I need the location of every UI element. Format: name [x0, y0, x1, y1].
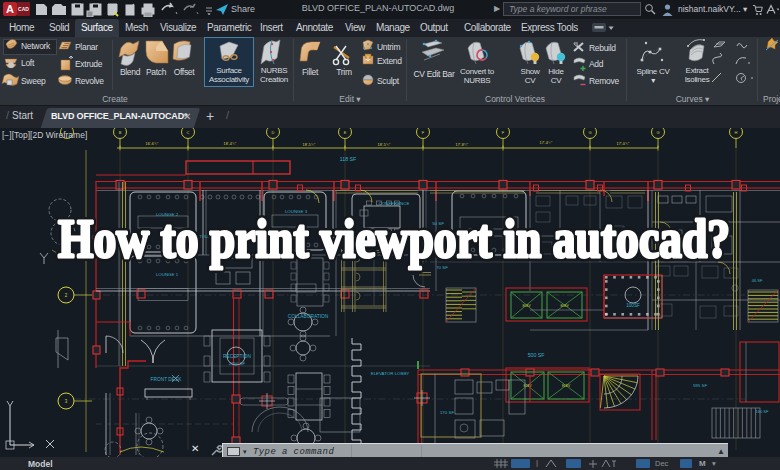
- svg-text:D: D: [272, 130, 275, 135]
- svg-text:ELEV: ELEV: [562, 384, 571, 388]
- svg-text:G: G: [656, 130, 659, 135]
- svg-text:ELEVATOR LOBBY: ELEVATOR LOBBY: [371, 371, 410, 376]
- svg-text:17'-4½": 17'-4½": [540, 141, 553, 145]
- svg-text:LOUNGE 3: LOUNGE 3: [285, 209, 308, 214]
- svg-text:50 SF: 50 SF: [432, 221, 444, 226]
- svg-text:46 SF: 46 SF: [752, 278, 763, 283]
- svg-text:160 SF: 160 SF: [756, 409, 769, 414]
- svg-text:595 SF: 595 SF: [693, 383, 707, 388]
- svg-text:2: 2: [65, 293, 68, 298]
- svg-text:F: F: [502, 130, 505, 135]
- svg-text:3: 3: [65, 399, 68, 404]
- svg-text:2650 SF: 2650 SF: [229, 361, 246, 366]
- svg-text:COLLABORATION: COLLABORATION: [288, 314, 329, 319]
- svg-text:ELEV: ELEV: [560, 304, 569, 308]
- svg-text:B: B: [119, 130, 122, 135]
- svg-text:G: G: [588, 130, 591, 135]
- svg-text:E: E: [344, 130, 347, 135]
- svg-text:18'-5¾": 18'-5¾": [303, 143, 316, 147]
- svg-text:FRONT DESK: FRONT DESK: [151, 377, 183, 382]
- svg-text:H: H: [735, 130, 738, 135]
- svg-text:LOUNGE 2: LOUNGE 2: [156, 212, 179, 217]
- svg-text:100SF: 100SF: [626, 303, 640, 308]
- svg-text:TOUCHDOWN: TOUCHDOWN: [200, 234, 227, 239]
- svg-text:18'-5¾": 18'-5¾": [378, 143, 391, 147]
- svg-text:16'-6¾": 16'-6¾": [146, 142, 159, 146]
- svg-text:18'-4¾": 18'-4¾": [224, 142, 237, 146]
- svg-text:70 SF: 70 SF: [436, 265, 448, 270]
- svg-text:118 SF: 118 SF: [340, 156, 356, 162]
- svg-text:17'-8¼": 17'-8¼": [456, 143, 469, 147]
- svg-text:C: C: [187, 130, 190, 135]
- svg-text:LOUNGE 1: LOUNGE 1: [156, 272, 179, 277]
- svg-text:ELEV: ELEV: [522, 304, 531, 308]
- svg-text:170 SF: 170 SF: [440, 410, 454, 415]
- svg-text:F: F: [422, 130, 425, 135]
- svg-text:CONFERENCE: CONFERENCE: [379, 201, 410, 206]
- svg-text:RECEPTION: RECEPTION: [223, 354, 252, 359]
- svg-text:17'-0¾": 17'-0¾": [617, 142, 630, 146]
- svg-text:500 SF: 500 SF: [528, 352, 545, 358]
